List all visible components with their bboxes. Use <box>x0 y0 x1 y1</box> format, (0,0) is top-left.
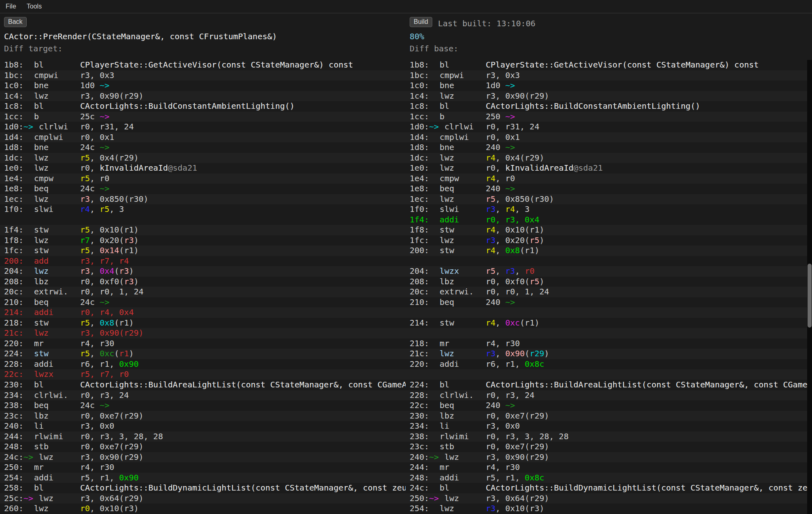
operands: r4, r30 <box>486 462 520 473</box>
mnemonic: lwz <box>34 266 49 277</box>
operands: r4, r30 <box>80 462 114 473</box>
asm-cell-base: 1b8:blCPlayerState::GetActiveVisor(const… <box>406 60 807 70</box>
asm-row[interactable]: 230:blCActorLights::BuildAreaLightList(c… <box>0 380 807 390</box>
operand-segment: (r1) <box>520 245 539 255</box>
mnemonic: lwz <box>444 452 459 463</box>
asm-row[interactable]: 208:lbzr0, 0xf0(r3)208:lbzr0, 0xf0(r5) <box>0 277 807 287</box>
asm-cell-target: 1e4:cmpwr5, r0 <box>0 173 406 184</box>
asm-row[interactable]: 1cc:b25c ~>1cc:b250 ~> <box>0 112 807 122</box>
asm-row[interactable]: 1d0:~>clrlwir0, r31, 241d0:~>clrlwir0, r… <box>0 122 807 132</box>
scrollbar-thumb[interactable] <box>808 264 812 328</box>
operands: r5, r0 <box>80 173 109 184</box>
branch-arrow: ~> <box>429 122 439 132</box>
asm-cell-base: 244:mrr4, r30 <box>406 462 807 473</box>
operand-segment: r0, 0xe7(r29) <box>486 442 549 451</box>
operand-segment: 0x8 <box>100 318 114 328</box>
operand-segment: 240 <box>486 142 505 152</box>
asm-row[interactable]: 22c:lwzxr5, r7, r0 <box>0 369 807 380</box>
asm-cell-target: 1b8:blCPlayerState::GetActiveVisor(const… <box>0 60 406 70</box>
operand-segment: ) <box>539 235 544 245</box>
asm-row[interactable]: 240:lir3, 0x0234:lir3, 0x0 <box>0 421 807 432</box>
asm-row[interactable]: 1fc:stwr5, 0x14(r1)200:stwr4, 0x8(r1) <box>0 245 807 256</box>
scrollbar-track[interactable] <box>807 60 812 514</box>
asm-row[interactable]: 1e0:lwzr0, kInvalidAreaId@sda211e0:lwzr0… <box>0 163 807 173</box>
back-button[interactable]: Back <box>4 17 27 27</box>
asm-cell-target: 254:addir5, r1, 0x90 <box>0 473 406 483</box>
operand-segment: CPlayerState::GetActiveVisor(const CStat… <box>486 60 759 70</box>
asm-row[interactable]: 238:beq24c ~>22c:beq240 ~> <box>0 400 807 411</box>
asm-cell-base: 234:lir3, 0x0 <box>406 421 807 432</box>
asm-row[interactable]: 1d4:cmplwir0, 0x11d4:cmplwir0, 0x1 <box>0 132 807 143</box>
address: 254: <box>4 473 23 483</box>
operands: r0, 0xe7(r29) <box>486 411 549 421</box>
asm-row[interactable]: 1f0:slwir4, r5, 31f0:slwir3, r4, 3 <box>0 204 807 215</box>
asm-row[interactable]: 1e8:beq24c ~>1e8:beq240 ~> <box>0 184 807 194</box>
asm-row[interactable]: 1bc:cmpwir3, 0x31bc:cmpwir3, 0x3 <box>0 70 807 81</box>
asm-row[interactable]: 1f4:stwr5, 0x10(r1)1f8:stwr4, 0x10(r1) <box>0 225 807 235</box>
asm-row[interactable]: 254:addir5, r1, 0x90248:addir5, r1, 0x8c <box>0 473 807 483</box>
operand-segment: 1d0 <box>80 80 100 90</box>
asm-row[interactable]: 250:mrr4, r30244:mrr4, r30 <box>0 462 807 473</box>
asm-row[interactable]: 204:lwzr3, 0x4(r3)204:lwzxr5, r3, r0 <box>0 266 807 277</box>
operands: r0, r4, 0x4 <box>80 307 134 318</box>
asm-row[interactable]: 24c:~>lwzr3, 0x90(r29)240:~>lwzr3, 0x90(… <box>0 452 807 463</box>
asm-row[interactable]: 220:mrr4, r30218:mrr4, r30 <box>0 338 807 349</box>
asm-row[interactable]: 1ec:lwzr3, 0x850(r30)1ec:lwzr5, 0x850(r3… <box>0 194 807 205</box>
asm-row[interactable]: 248:stbr0, 0xe7(r29)23c:stbr0, 0xe7(r29) <box>0 442 807 452</box>
asm-cell-target: 1f4:stwr5, 0x10(r1) <box>0 225 406 235</box>
asm-row[interactable]: 1dc:lwzr5, 0x4(r29)1dc:lwzr4, 0x4(r29) <box>0 153 807 163</box>
asm-cell-base: 218:mrr4, r30 <box>406 338 807 349</box>
asm-row[interactable]: 214:addir0, r4, 0x4 <box>0 307 807 318</box>
asm-row[interactable]: 1e4:cmpwr5, r01e4:cmpwr4, r0 <box>0 173 807 184</box>
operands: r5, 0x10(r1) <box>80 225 139 235</box>
operands: r4, 0xc(r1) <box>486 318 539 328</box>
build-button[interactable]: Build <box>410 17 432 27</box>
asm-row[interactable]: 1b8:blCPlayerState::GetActiveVisor(const… <box>0 60 807 70</box>
operand-segment: r0, 0xf0( <box>486 277 529 286</box>
mnemonic: add <box>34 256 49 267</box>
asm-cell-target: 21c:lwzr3, 0x90(r29) <box>0 328 406 338</box>
asm-row[interactable]: 200:addr3, r7, r4 <box>0 256 807 267</box>
address: 228: <box>4 359 23 370</box>
asm-row[interactable]: 1c4:lwzr3, 0x90(r29)1c4:lwzr3, 0x90(r29) <box>0 91 807 102</box>
asm-row[interactable]: 244:rlwimir0, r3, 3, 28, 28238:rlwimir0,… <box>0 432 807 442</box>
mnemonic: lwz <box>440 235 454 246</box>
asm-row[interactable]: 25c:~>lwzr3, 0x64(r29)250:~>lwzr3, 0x64(… <box>0 493 807 504</box>
asm-row[interactable]: 258:blCActorLights::BuildDynamicLightLis… <box>0 483 807 493</box>
asm-row[interactable]: 1f8:lwzr7, 0x20(r3)1fc:lwzr3, 0x20(r5) <box>0 235 807 246</box>
asm-row[interactable]: 21c:lwzr3, 0x90(r29) <box>0 328 807 338</box>
mnemonic: lwz <box>39 452 53 463</box>
operand-segment: r5 <box>80 153 90 163</box>
asm-row[interactable]: 260:lwzr0, 0x10(r3)254:lwzr3, 0x10(r3) <box>0 503 807 514</box>
operand-segment: ) <box>544 349 549 358</box>
operand-segment: r3 <box>486 349 495 358</box>
asm-row[interactable]: 234:clrlwi.r0, r3, 24228:clrlwi.r0, r3, … <box>0 390 807 401</box>
address: 210: <box>410 297 429 308</box>
asm-row[interactable]: 23c:lbzr0, 0xe7(r29)230:lbzr0, 0xe7(r29) <box>0 411 807 421</box>
asm-cell-base: 22c:beq240 ~> <box>406 400 807 411</box>
asm-row[interactable]: 228:addir6, r1, 0x90220:addir6, r1, 0x8c <box>0 359 807 370</box>
asm-row[interactable]: 210:beq24c ~>210:beq240 ~> <box>0 297 807 308</box>
address: 1cc: <box>4 112 23 122</box>
operand-segment: 0x8 <box>505 245 520 255</box>
asm-cell-target: 240:lir3, 0x0 <box>0 421 406 432</box>
asm-row[interactable]: 1c0:bne1d0 ~>1c0:bne1d0 ~> <box>0 80 807 91</box>
operands: r5, 0x4(r29) <box>80 153 139 163</box>
asm-row[interactable]: 1c8:blCActorLights::BuildConstantAmbient… <box>0 101 807 112</box>
asm-row[interactable]: 20c:extrwi.r0, r0, 1, 2420c:extrwi.r0, r… <box>0 287 807 297</box>
operand-segment: , 0x20( <box>90 235 124 245</box>
asm-row[interactable]: 224:stwr5, 0xc(r1)21c:lwzr3, 0x90(r29) <box>0 349 807 359</box>
mnemonic: cmpwi <box>34 70 58 81</box>
mnemonic: lwzx <box>440 266 459 277</box>
menu-tools[interactable]: Tools <box>27 3 42 10</box>
operands: CActorLights::BuildAreaLightList(const C… <box>486 380 807 390</box>
asm-row[interactable]: 1d8:bne24c ~>1d8:bne240 ~> <box>0 142 807 153</box>
mnemonic: cmpw <box>34 173 53 184</box>
asm-row[interactable]: 1f4:addir0, r3, 0x4 <box>0 215 807 225</box>
asm-cell-base <box>406 369 807 380</box>
operands: r5, r1, 0x90 <box>80 473 139 483</box>
operands: r3, 0x4(r3) <box>80 266 134 277</box>
menu-file[interactable]: File <box>6 3 16 10</box>
asm-row[interactable]: 218:stwr5, 0x8(r1)214:stwr4, 0xc(r1) <box>0 318 807 328</box>
operand-segment: r4, r30 <box>486 462 520 472</box>
